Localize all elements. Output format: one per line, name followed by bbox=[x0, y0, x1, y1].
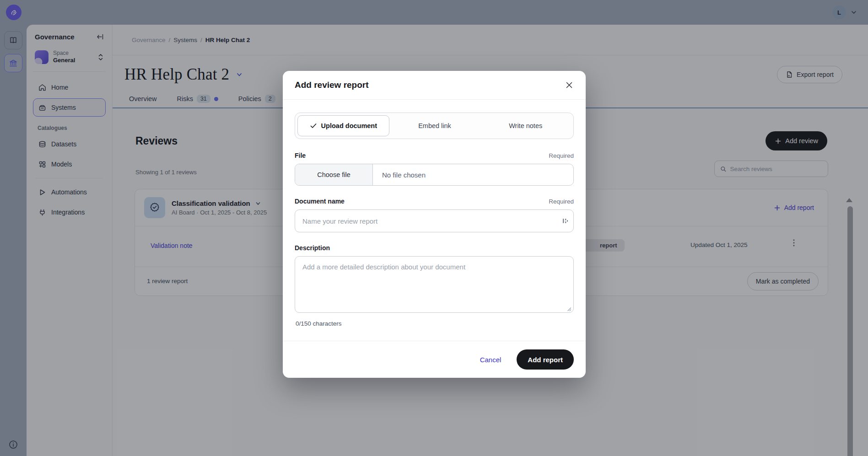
cancel-button[interactable]: Cancel bbox=[480, 356, 501, 364]
file-field-label: File bbox=[295, 152, 306, 159]
app-window: L Governance Space General bbox=[0, 0, 868, 456]
add-report-button-label: Add report bbox=[528, 356, 563, 364]
description-textarea[interactable] bbox=[295, 256, 574, 313]
name-required-hint: Required bbox=[549, 198, 574, 205]
tab-embed-link[interactable]: Embed link bbox=[389, 115, 480, 136]
file-upload-control: Choose file No file chosen bbox=[295, 164, 574, 186]
add-review-report-modal: Add review report Upload document Embed … bbox=[283, 71, 586, 378]
character-counter: 0/150 characters bbox=[296, 320, 574, 327]
check-icon bbox=[310, 122, 317, 129]
tab-write-notes[interactable]: Write notes bbox=[480, 115, 571, 136]
add-report-button[interactable]: Add report bbox=[517, 349, 574, 370]
file-status-text: No file chosen bbox=[373, 164, 426, 185]
choose-file-button[interactable]: Choose file bbox=[295, 164, 373, 185]
tab-upload-document[interactable]: Upload document bbox=[297, 115, 389, 136]
tab-label: Write notes bbox=[509, 122, 542, 129]
document-name-input[interactable] bbox=[295, 209, 574, 232]
modal-title: Add review report bbox=[295, 80, 369, 90]
tab-label: Upload document bbox=[321, 122, 377, 129]
file-required-hint: Required bbox=[549, 152, 574, 159]
choose-file-label: Choose file bbox=[317, 171, 350, 178]
tab-label: Embed link bbox=[418, 122, 451, 129]
description-label: Description bbox=[295, 244, 330, 252]
close-icon[interactable] bbox=[565, 80, 574, 90]
document-name-label: Document name bbox=[295, 198, 345, 205]
autofill-extension-icon[interactable] bbox=[562, 217, 568, 225]
report-type-tabs: Upload document Embed link Write notes bbox=[295, 113, 574, 139]
